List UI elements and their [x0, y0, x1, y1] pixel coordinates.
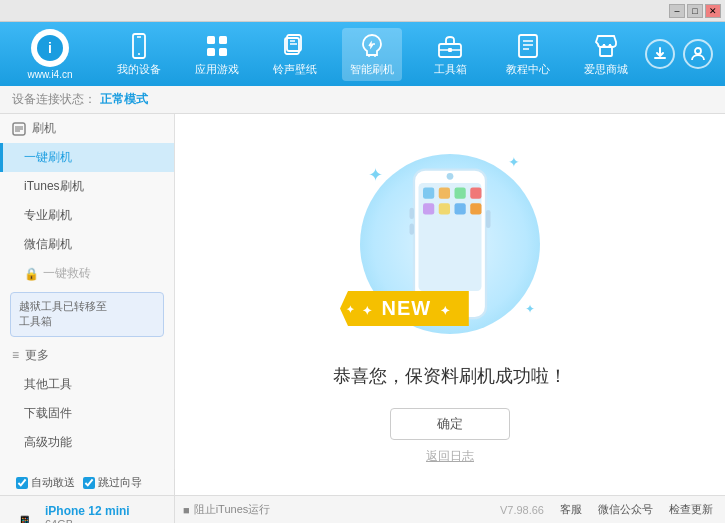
- one-key-rescue-label: 一键救砖: [43, 265, 91, 282]
- flash-section-icon: [12, 122, 26, 136]
- nav-tutorial-label: 教程中心: [506, 62, 550, 77]
- logo-url: www.i4.cn: [27, 69, 72, 80]
- svg-point-31: [447, 173, 454, 180]
- more-section-label: 更多: [25, 347, 49, 364]
- nav-apps-games-label: 应用游戏: [195, 62, 239, 77]
- sparkle-bottom-right: ✦: [525, 302, 535, 316]
- nav-ringtones[interactable]: 铃声壁纸: [265, 28, 325, 81]
- itunes-status-label: 阻止iTunes运行: [194, 502, 271, 517]
- toolbox-icon: [436, 32, 464, 60]
- auto-send-checkbox-label[interactable]: 自动敢送: [16, 475, 75, 490]
- svg-rect-40: [439, 204, 450, 215]
- confirm-button-label: 确定: [437, 415, 463, 433]
- nav-tutorial[interactable]: 教程中心: [498, 28, 558, 81]
- sidebar-item-wechat-flash[interactable]: 微信刷机: [0, 230, 174, 259]
- go-back-link[interactable]: 返回日志: [426, 448, 474, 465]
- nav-items: 我的设备 应用游戏: [100, 28, 645, 81]
- nav-apps-games[interactable]: 应用游戏: [187, 28, 247, 81]
- auto-send-checkbox[interactable]: [16, 477, 28, 489]
- sidebar-item-advanced[interactable]: 高级功能: [0, 428, 174, 457]
- sidebar-item-itunes-flash[interactable]: iTunes刷机: [0, 172, 174, 201]
- maximize-button[interactable]: □: [687, 4, 703, 18]
- sparkle-top-left: ✦: [368, 164, 383, 186]
- sparkle-top-right: ✦: [508, 154, 520, 170]
- svg-rect-41: [455, 204, 466, 215]
- sidebar: 刷机 一键刷机 iTunes刷机 专业刷机 微信刷机 🔒 一键救砖 越狱工具已转…: [0, 114, 175, 495]
- new-badge: ✦ NEW ✦: [340, 291, 469, 326]
- jailbreak-box: 越狱工具已转移至工具箱: [10, 292, 164, 337]
- smart-flash-icon: [358, 32, 386, 60]
- confirm-button[interactable]: 确定: [390, 408, 510, 440]
- status-bar: 设备连接状态： 正常模式: [0, 86, 725, 114]
- sidebar-more-title: ≡ 更多: [0, 341, 174, 370]
- svg-rect-33: [410, 208, 415, 219]
- skip-wizard-label: 跳过向导: [98, 475, 142, 490]
- minimize-button[interactable]: –: [669, 4, 685, 18]
- device-name: iPhone 12 mini: [45, 504, 134, 518]
- customer-service-link[interactable]: 客服: [560, 502, 582, 517]
- flash-section-label: 刷机: [32, 120, 56, 137]
- svg-rect-39: [423, 204, 434, 215]
- nav-toolbox[interactable]: 工具箱: [420, 28, 480, 81]
- wechat-public-link[interactable]: 微信公众号: [598, 502, 653, 517]
- nav-my-device-label: 我的设备: [117, 62, 161, 77]
- svg-rect-37: [455, 188, 466, 199]
- itunes-status[interactable]: ■ 阻止iTunes运行: [175, 502, 488, 517]
- skip-wizard-checkbox-label[interactable]: 跳过向导: [83, 475, 142, 490]
- svg-text:i: i: [48, 40, 52, 56]
- svg-rect-42: [470, 204, 481, 215]
- phone-illustration: ✦ ✦ ✦ ✦ NEW ✦: [350, 144, 550, 344]
- device-storage: 64GB: [45, 518, 134, 523]
- svg-rect-8: [219, 48, 227, 56]
- download-button[interactable]: [645, 39, 675, 69]
- title-bar: – □ ✕: [0, 0, 725, 22]
- check-update-link[interactable]: 检查更新: [669, 502, 713, 517]
- logo-icon: i: [31, 29, 69, 67]
- nav-store-label: 爱思商城: [584, 62, 628, 77]
- phone-icon: [125, 32, 153, 60]
- svg-point-23: [695, 48, 701, 54]
- new-ribbon-label: ✦ NEW ✦: [340, 291, 469, 326]
- svg-rect-17: [448, 48, 452, 52]
- sidebar-item-download-firmware[interactable]: 下载固件: [0, 399, 174, 428]
- svg-rect-34: [410, 224, 415, 235]
- svg-rect-36: [439, 188, 450, 199]
- sidebar-item-pro-flash[interactable]: 专业刷机: [0, 201, 174, 230]
- device-phone-icon: 📱: [16, 515, 33, 523]
- svg-rect-32: [486, 210, 491, 228]
- header: i www.i4.cn 我的设备: [0, 22, 725, 86]
- close-button[interactable]: ✕: [705, 4, 721, 18]
- apps-icon: [203, 32, 231, 60]
- nav-smart-flash[interactable]: 智能刷机: [342, 28, 402, 81]
- logo[interactable]: i www.i4.cn: [0, 29, 100, 80]
- skip-wizard-checkbox[interactable]: [83, 477, 95, 489]
- status-value: 正常模式: [100, 91, 148, 108]
- svg-rect-7: [207, 48, 215, 56]
- version-text: V7.98.66: [500, 504, 544, 516]
- svg-point-4: [138, 53, 140, 55]
- status-label: 设备连接状态：: [12, 91, 96, 108]
- nav-ringtones-label: 铃声壁纸: [273, 62, 317, 77]
- svg-rect-29: [419, 183, 482, 291]
- bottom-left: 自动敢送 跳过向导 📱 iPhone 12 mini 64GB Down-12m…: [0, 469, 175, 523]
- sidebar-item-one-key-flash[interactable]: 一键刷机: [0, 143, 174, 172]
- success-text: 恭喜您，保资料刷机成功啦！: [333, 364, 567, 388]
- tutorial-icon: [514, 32, 542, 60]
- svg-rect-6: [219, 36, 227, 44]
- store-icon: [592, 32, 620, 60]
- sidebar-item-other-tools[interactable]: 其他工具: [0, 370, 174, 399]
- bottom-right: V7.98.66 客服 微信公众号 检查更新: [488, 502, 725, 517]
- nav-my-device[interactable]: 我的设备: [109, 28, 169, 81]
- svg-rect-5: [207, 36, 215, 44]
- svg-rect-18: [519, 35, 537, 57]
- jailbreak-text: 越狱工具已转移至工具箱: [19, 300, 107, 327]
- sidebar-item-one-key-rescue: 🔒 一键救砖: [0, 259, 174, 288]
- checkbox-row: 自动敢送 跳过向导: [8, 471, 150, 494]
- auto-send-label: 自动敢送: [31, 475, 75, 490]
- nav-store[interactable]: 爱思商城: [576, 28, 636, 81]
- sidebar-flash-title: 刷机: [0, 114, 174, 143]
- nav-toolbox-label: 工具箱: [434, 62, 467, 77]
- main-content: ✦ ✦ ✦ ✦ NEW ✦ 恭喜您，保资料刷机成功啦！ 确定 返回日志: [175, 114, 725, 495]
- app-wrapper: – □ ✕ i www.i4.cn: [0, 0, 725, 523]
- user-button[interactable]: [683, 39, 713, 69]
